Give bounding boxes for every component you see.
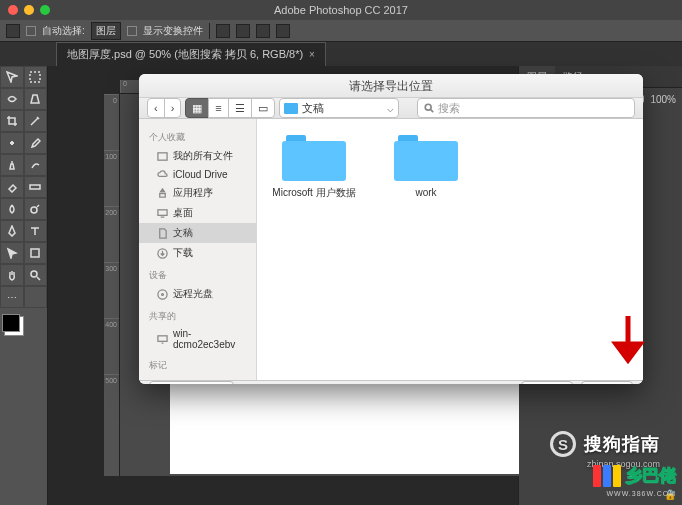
dialog-sidebar: 个人收藏 我的所有文件 iCloud Drive 应用程序 桌面 文稿 下载 设… (139, 119, 257, 380)
sidebar-item-downloads[interactable]: 下载 (139, 243, 256, 263)
align-icon[interactable] (256, 24, 270, 38)
sidebar-item-allfiles[interactable]: 我的所有文件 (139, 146, 256, 166)
sidebar-item-remotedisc[interactable]: 远程光盘 (139, 284, 256, 304)
eraser-tool[interactable] (0, 176, 24, 198)
color-swatches[interactable] (0, 312, 47, 334)
watermark-386w: 乡巴佬 WWW.386W.COM (593, 464, 676, 487)
type-tool[interactable] (24, 220, 48, 242)
search-icon (424, 103, 434, 113)
align-icon[interactable] (276, 24, 290, 38)
app-title: Adobe Photoshop CC 2017 (274, 4, 408, 16)
svg-rect-6 (158, 152, 167, 159)
history-brush-tool[interactable] (24, 154, 48, 176)
sidebar-item-documents[interactable]: 文稿 (139, 223, 256, 243)
svg-point-5 (425, 104, 431, 110)
sidebar-item-desktop[interactable]: 桌面 (139, 203, 256, 223)
document-tab[interactable]: 地图厚度.psd @ 50% (地图搜索 拷贝 6, RGB/8*) × (56, 42, 326, 66)
folder-icon (284, 103, 298, 114)
dialog-footer: 新建文件夹 取消 打开 (139, 380, 643, 384)
auto-select-checkbox[interactable] (26, 26, 36, 36)
sogou-logo-icon: S (550, 431, 576, 457)
downloads-icon (157, 248, 168, 259)
align-icon[interactable] (216, 24, 230, 38)
folder-item[interactable]: Microsoft 用户数据 (271, 133, 357, 199)
view-columns-button[interactable]: ☰ (228, 98, 252, 118)
watermark-sogou: S 搜狗指南 zhinan.sogou.com (550, 431, 660, 457)
nav-forward-button[interactable]: › (164, 98, 182, 118)
marquee-tool[interactable] (24, 66, 48, 88)
svg-point-2 (31, 207, 37, 213)
dodge-tool[interactable] (24, 198, 48, 220)
sidebar-group-tags: 标记 (139, 357, 256, 374)
show-transform-label: 显示变换控件 (143, 24, 203, 38)
brush-tool[interactable] (24, 132, 48, 154)
gradient-tool[interactable] (24, 176, 48, 198)
lasso-tool[interactable] (0, 88, 24, 110)
view-icons-button[interactable]: ▦ (185, 98, 209, 118)
close-window-button[interactable] (8, 5, 18, 15)
eyedropper-tool[interactable] (24, 110, 48, 132)
sidebar-group-shared: 共享的 (139, 308, 256, 325)
file-area[interactable]: Microsoft 用户数据 work (257, 119, 643, 380)
svg-rect-11 (158, 335, 167, 341)
svg-rect-0 (30, 72, 40, 82)
cloud-icon (157, 169, 168, 180)
svg-rect-3 (31, 249, 39, 257)
disc-icon (157, 289, 168, 300)
edit-toolbar[interactable]: ⋯ (0, 286, 24, 308)
svg-point-10 (162, 293, 164, 295)
clone-tool[interactable] (0, 154, 24, 176)
sidebar-item-icloud[interactable]: iCloud Drive (139, 166, 256, 183)
sidebar-group-devices: 设备 (139, 267, 256, 284)
sidebar-item-shared-pc[interactable]: win-dcmo2ec3ebv (139, 325, 256, 353)
svg-point-9 (158, 289, 167, 298)
shape-tool[interactable] (24, 242, 48, 264)
move-tool[interactable] (0, 66, 24, 88)
minimize-window-button[interactable] (24, 5, 34, 15)
view-gallery-button[interactable]: ▭ (251, 98, 275, 118)
new-folder-button[interactable]: 新建文件夹 (149, 381, 234, 384)
move-tool-icon[interactable] (6, 24, 20, 38)
search-field[interactable]: 搜索 (417, 98, 635, 118)
document-tab-bar: 地图厚度.psd @ 50% (地图搜索 拷贝 6, RGB/8*) × (0, 42, 682, 66)
sidebar-item-apps[interactable]: 应用程序 (139, 183, 256, 203)
path-label: 文稿 (302, 101, 324, 116)
apps-icon (157, 188, 168, 199)
svg-rect-1 (30, 185, 40, 189)
maximize-window-button[interactable] (40, 5, 50, 15)
nav-back-button[interactable]: ‹ (147, 98, 165, 118)
cancel-button[interactable]: 取消 (521, 381, 573, 384)
opacity-value: 100% (650, 94, 676, 105)
desktop-icon (157, 208, 168, 219)
folder-name: work (383, 187, 469, 199)
align-icon[interactable] (236, 24, 250, 38)
blur-tool[interactable] (0, 198, 24, 220)
hand-tool[interactable] (0, 264, 24, 286)
crop-tool[interactable] (0, 110, 24, 132)
show-transform-checkbox[interactable] (127, 26, 137, 36)
zoom-tool[interactable] (24, 264, 48, 286)
view-list-button[interactable]: ≡ (208, 98, 228, 118)
chevron-down-icon: ⌵ (387, 102, 394, 115)
path-select-tool[interactable] (0, 242, 24, 264)
auto-select-label: 自动选择: (42, 24, 85, 38)
healing-tool[interactable] (0, 132, 24, 154)
svg-rect-7 (158, 209, 167, 215)
quick-select-tool[interactable] (24, 88, 48, 110)
path-popup[interactable]: 文稿 ⌵ (279, 98, 399, 118)
pen-tool[interactable] (0, 220, 24, 242)
auto-select-target[interactable]: 图层 (91, 22, 121, 40)
open-button[interactable]: 打开 (581, 381, 633, 384)
close-tab-icon[interactable]: × (309, 49, 315, 60)
dialog-title: 请选择导出位置 (139, 74, 643, 98)
file-dialog: 请选择导出位置 ‹ › ▦ ≡ ☰ ▭ 文稿 ⌵ 搜索 个人收藏 我的所有文件 … (139, 74, 643, 384)
vertical-ruler: 0100200300400500 (104, 94, 120, 476)
document-tab-label: 地图厚度.psd @ 50% (地图搜索 拷贝 6, RGB/8*) (67, 47, 303, 62)
folder-item[interactable]: work (383, 133, 469, 199)
documents-icon (157, 228, 168, 239)
folder-icon (282, 133, 346, 181)
folder-name: Microsoft 用户数据 (271, 187, 357, 199)
dialog-toolbar: ‹ › ▦ ≡ ☰ ▭ 文稿 ⌵ 搜索 (139, 98, 643, 119)
folder-icon (394, 133, 458, 181)
search-placeholder: 搜索 (438, 101, 460, 116)
